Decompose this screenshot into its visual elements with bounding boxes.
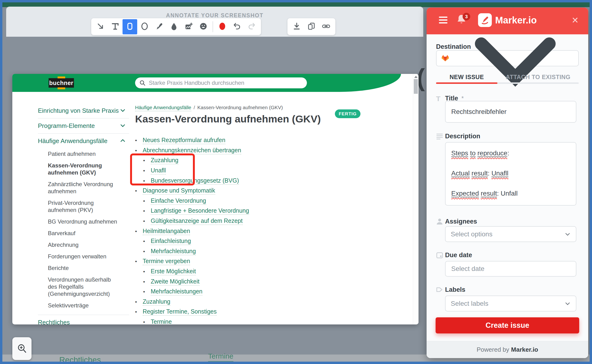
sidebar-section-label: Häufige Anwendungsfälle (38, 137, 107, 145)
bullet-icon: • (135, 299, 140, 305)
footer-prefix: Powered by (477, 346, 509, 353)
sidebar-item[interactable]: Patient aufnehmen (48, 150, 118, 157)
description-label-row: Description (445, 133, 480, 140)
assignees-label-row: Assignees (445, 218, 477, 225)
sidebar-item[interactable]: Selektivverträge (48, 302, 118, 309)
tool-color-swatch-button[interactable] (215, 19, 230, 34)
toc-link[interactable]: Register Termine, Sonstiges (143, 308, 217, 316)
menu-icon[interactable] (439, 17, 447, 25)
tool-pen-button[interactable] (152, 19, 167, 34)
toc-link[interactable]: Termine (151, 318, 172, 325)
sidebar-section-1[interactable]: Einrichtung von Starke Praxis (38, 103, 129, 118)
breadcrumb-parent-link[interactable]: Häufige Anwendungsfälle (135, 105, 191, 111)
sidebar-item[interactable]: BG Verordnung aufnehmen (48, 218, 118, 225)
destination-select[interactable]: Starke Software GmbH / handbuec... (436, 50, 579, 66)
sidebar-item-rechtliches[interactable]: Rechtliches (38, 319, 129, 325)
description-line: Actual result: Unafll (451, 168, 570, 179)
create-issue-button[interactable]: Create issue (436, 317, 579, 333)
add-image-icon (185, 22, 193, 31)
tool-undo-button[interactable] (230, 19, 244, 34)
title-input[interactable] (451, 108, 571, 116)
title-field-icon: T (436, 95, 443, 102)
toc-link[interactable]: Gültigkeitsanzeige auf dem Rezept (151, 217, 243, 225)
sidebar-item[interactable]: Abrechnung (48, 241, 118, 248)
annotate-title: ANNOTATE YOUR SCREENSHOT (6, 12, 423, 19)
sidebar-item[interactable]: Berichte (48, 265, 118, 272)
toc-link[interactable]: Langfristige + Besondere Verordnung (151, 207, 249, 215)
due-date-field[interactable] (445, 261, 576, 277)
toc-link[interactable]: Einfache Verordnung (151, 197, 206, 205)
toc-link[interactable]: Einfachleistung (151, 238, 191, 245)
toc-link[interactable]: Zweite Möglichkeit (151, 278, 200, 286)
toc-link[interactable]: Mehrfachleistungen (151, 288, 202, 296)
bullet-icon: • (143, 289, 148, 295)
toc-item: •Mehrfachleistungen (135, 287, 249, 297)
tool-rectangle-button[interactable] (123, 19, 137, 34)
export-toolbar (288, 18, 335, 35)
toc-item: •Neues Rezeptformular aufrufen (135, 136, 249, 146)
buchner-logo[interactable]: buchner (49, 78, 74, 88)
description-field-icon (436, 133, 443, 140)
zoom-button[interactable] (12, 337, 32, 360)
tool-copy-button[interactable] (304, 19, 319, 34)
labels-select[interactable]: Select labels (445, 296, 576, 312)
captured-screenshot: buchner Einrichtung von Starke PraxisPro… (12, 74, 419, 325)
toc-link[interactable]: Diagnose und Symptomatik (143, 187, 215, 195)
due-date-input[interactable] (451, 265, 571, 273)
blur-icon (170, 22, 178, 31)
tool-emoji-button[interactable] (196, 19, 211, 34)
bullet-icon: • (143, 269, 148, 275)
assignees-field-icon (436, 218, 443, 225)
toc-link[interactable]: Mehrfachleistung (151, 248, 196, 255)
chevron-down-icon (457, 0, 573, 117)
toc-link[interactable]: Heilmittelangaben (143, 228, 190, 235)
sidebar-item[interactable]: Forderungen verwalten (48, 253, 118, 260)
title-field[interactable] (445, 101, 576, 123)
sidebar-item[interactable]: Privat-Verordnung aufnehmen (PKV) (48, 199, 118, 214)
toolbar-divider (213, 21, 213, 32)
toc-link[interactable]: Termine vergeben (143, 258, 190, 265)
sidebar-item[interactable]: Kassen-Verordnung aufnehmen (GKV) (48, 162, 118, 176)
assignees-select[interactable]: Select options (445, 226, 576, 242)
sidebar-item[interactable]: Zahnärztliche Verordnung aufnehmen (48, 181, 118, 195)
tool-blur-button[interactable] (167, 19, 181, 34)
sidebar-item[interactable]: Verordnungen außerhalb des Regelfalls (G… (48, 276, 118, 298)
tool-ellipse-button[interactable] (137, 19, 152, 34)
breadcrumb: Häufige Anwendungsfälle / Kassen-Verordn… (135, 105, 283, 111)
sidebar-item[interactable]: Barverkauf (48, 230, 118, 237)
tab-attach-to-existing[interactable]: ATTACH TO EXISTING (497, 72, 579, 82)
color-swatch-icon (218, 22, 226, 31)
toc-item: •Termine vergeben (135, 256, 249, 267)
tool-text-button[interactable] (108, 19, 123, 34)
chevron-up-icon (120, 138, 129, 145)
page-title: Kassen-Verordnung aufnehmen (GKV) (135, 113, 321, 125)
undo-icon (233, 22, 241, 31)
copy-link-icon (322, 22, 330, 31)
copy-icon (307, 22, 316, 31)
tool-download-button[interactable] (289, 19, 304, 34)
dimmed-text-rechtliches: Rechtliches (59, 355, 101, 364)
assignees-placeholder: Select options (451, 230, 493, 238)
description-textarea[interactable]: Steps to reproduce: Actual result: Unafl… (445, 142, 576, 206)
annotation-rectangle[interactable] (130, 153, 195, 185)
sidebar-section-3[interactable]: Häufige Anwendungsfälle (38, 134, 129, 149)
due-date-field-icon (436, 252, 443, 259)
bullet-icon: • (135, 188, 140, 194)
sidebar-section-2[interactable]: Programm-Elemente (38, 118, 129, 133)
bullet-icon: • (135, 137, 140, 143)
logo-tab-top (58, 77, 65, 78)
tool-add-image-button[interactable] (181, 19, 196, 34)
tool-redo-button[interactable] (244, 19, 259, 34)
toc-link[interactable]: Erste Möglichkeit (151, 268, 196, 275)
chevron-down-icon (565, 300, 571, 307)
rectangle-icon (126, 22, 134, 31)
tab-new-issue[interactable]: NEW ISSUE (436, 72, 497, 82)
toc-link[interactable]: Zuzahlung (143, 298, 170, 306)
description-label: Description (445, 133, 480, 140)
toc-link[interactable]: Neues Rezeptformular aufrufen (143, 137, 225, 144)
tool-arrow-button[interactable] (93, 19, 108, 34)
chevron-down-icon (565, 231, 571, 237)
redo-icon (248, 22, 256, 31)
description-line: Steps to reproduce: (451, 148, 570, 158)
tool-copy-link-button[interactable] (319, 19, 333, 34)
